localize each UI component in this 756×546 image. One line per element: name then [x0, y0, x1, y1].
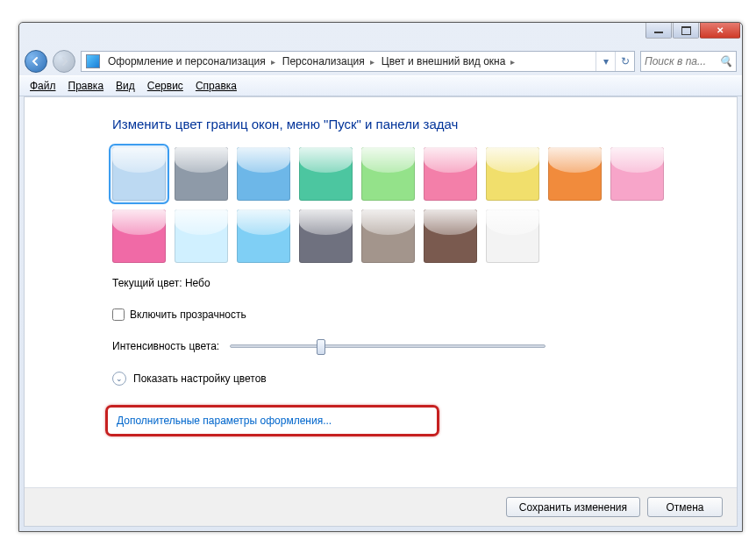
menu-tools[interactable]: Сервис	[147, 80, 183, 92]
save-button[interactable]: Сохранить изменения	[506, 497, 640, 517]
cancel-button[interactable]: Отмена	[647, 497, 723, 517]
control-panel-window: Оформление и персонализация Персонализац…	[18, 22, 743, 532]
color-swatch[interactable]	[610, 147, 664, 201]
content-area: Изменить цвет границ окон, меню "Пуск" и…	[24, 96, 738, 527]
menu-edit[interactable]: Правка	[68, 80, 104, 92]
minimize-button[interactable]	[645, 23, 672, 39]
menu-view[interactable]: Вид	[116, 80, 135, 92]
color-swatch[interactable]	[424, 147, 477, 201]
menu-bar: Файл Правка Вид Сервис Справка	[19, 75, 742, 96]
transparency-label: Включить прозрачность	[130, 308, 246, 321]
search-input[interactable]	[645, 55, 708, 67]
close-button[interactable]	[700, 23, 740, 39]
intensity-row: Интенсивность цвета:	[112, 340, 737, 352]
refresh-icon[interactable]: ↻	[615, 52, 634, 71]
color-swatch-grid	[112, 147, 674, 263]
advanced-appearance-link[interactable]: Дополнительные параметры оформления...	[117, 415, 332, 427]
maximize-button[interactable]	[673, 23, 699, 39]
show-color-mixer[interactable]: ⌄ Показать настройку цветов	[112, 372, 737, 386]
current-color-name: Небо	[185, 277, 210, 289]
address-bar[interactable]: Оформление и персонализация Персонализац…	[81, 51, 635, 72]
show-mixer-label: Показать настройку цветов	[133, 372, 267, 385]
transparency-checkbox[interactable]	[112, 308, 125, 321]
current-color-row: Текущий цвет: Небо	[112, 277, 737, 289]
color-swatch[interactable]	[112, 209, 166, 263]
navigation-row: Оформление и персонализация Персонализац…	[19, 47, 742, 75]
current-color-label: Текущий цвет:	[112, 277, 182, 289]
color-swatch[interactable]	[299, 147, 353, 201]
breadcrumb[interactable]: Оформление и персонализация	[104, 52, 279, 71]
color-swatch[interactable]	[112, 147, 166, 201]
search-box[interactable]: 🔍	[640, 51, 737, 72]
footer-bar: Сохранить изменения Отмена	[25, 487, 737, 526]
breadcrumb[interactable]: Цвет и внешний вид окна	[378, 52, 519, 71]
color-swatch[interactable]	[548, 147, 602, 201]
menu-help[interactable]: Справка	[196, 80, 237, 92]
color-swatch[interactable]	[175, 209, 228, 263]
color-swatch[interactable]	[424, 209, 477, 263]
color-swatch[interactable]	[237, 209, 290, 263]
intensity-slider[interactable]	[230, 344, 546, 348]
color-swatch[interactable]	[237, 147, 290, 201]
color-swatch[interactable]	[486, 209, 539, 263]
forward-button[interactable]	[53, 50, 75, 73]
page-title: Изменить цвет границ окон, меню "Пуск" и…	[112, 117, 737, 131]
highlight-annotation: Дополнительные параметры оформления...	[105, 405, 439, 436]
history-dropdown-icon[interactable]: ▾	[596, 52, 615, 71]
color-swatch[interactable]	[175, 147, 228, 201]
breadcrumb[interactable]: Персонализация	[279, 52, 378, 71]
slider-thumb[interactable]	[317, 339, 325, 355]
location-icon	[86, 54, 100, 68]
color-swatch[interactable]	[299, 209, 353, 263]
back-button[interactable]	[25, 50, 47, 73]
color-swatch[interactable]	[361, 147, 415, 201]
menu-file[interactable]: Файл	[30, 80, 56, 92]
color-swatch[interactable]	[361, 209, 415, 263]
color-swatch[interactable]	[486, 147, 539, 201]
search-icon: 🔍	[719, 55, 732, 67]
intensity-label: Интенсивность цвета:	[112, 340, 219, 352]
transparency-row[interactable]: Включить прозрачность	[112, 308, 737, 321]
chevron-down-icon: ⌄	[112, 372, 126, 386]
title-bar	[19, 23, 742, 47]
